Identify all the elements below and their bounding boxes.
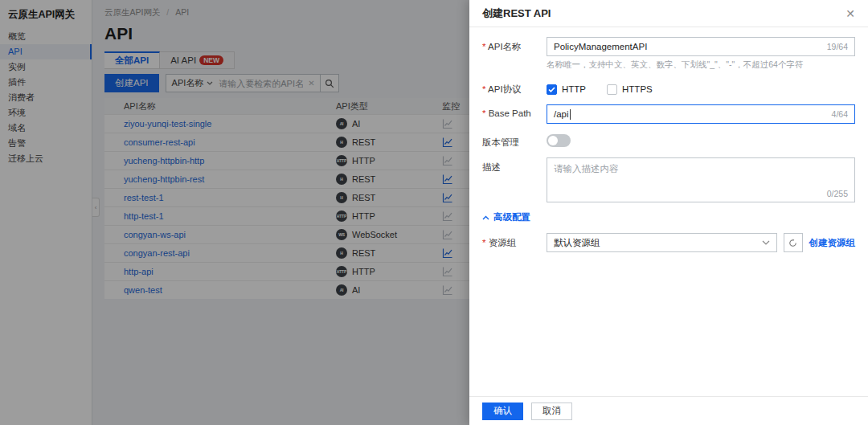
base-path-input[interactable]: /api 4/64	[547, 104, 855, 124]
close-icon[interactable]: ✕	[845, 8, 855, 19]
field-label: Base Path	[482, 104, 547, 124]
text-cursor	[570, 109, 571, 120]
field-base-path: Base Path /api 4/64	[482, 104, 855, 124]
field-label: 版本管理	[482, 133, 547, 149]
advanced-config-label: 高级配置	[493, 211, 530, 223]
field-version-management: 版本管理	[482, 133, 855, 149]
checkbox-label: HTTP	[562, 84, 586, 94]
field-label: 资源组	[482, 233, 547, 252]
create-resource-group-link[interactable]: 创建资源组	[809, 237, 856, 249]
create-rest-api-drawer: 创建REST API ✕ API名称 19/64 名称唯一，支持中文、英文、数字…	[469, 0, 868, 425]
field-help-text: 名称唯一，支持中文、英文、数字、下划线"_"、"-"，不超过64个字符	[547, 59, 855, 71]
refresh-icon	[788, 239, 797, 247]
resource-group-value: 默认资源组	[554, 237, 600, 249]
checkbox-icon	[607, 84, 617, 95]
char-counter: 19/64	[827, 42, 848, 51]
char-counter: 4/64	[832, 109, 848, 119]
checkbox-icon	[547, 84, 557, 95]
drawer-header: 创建REST API ✕	[469, 0, 868, 27]
description-placeholder: 请输入描述内容	[554, 164, 619, 174]
advanced-config-toggle[interactable]: 高级配置	[482, 211, 855, 223]
toggle-knob	[548, 136, 558, 145]
cancel-button[interactable]: 取消	[531, 403, 572, 420]
version-management-toggle[interactable]	[547, 134, 571, 147]
drawer-footer: 确认 取消	[469, 396, 868, 425]
field-api-protocol: API协议 HTTP HTTPS	[482, 80, 855, 96]
refresh-resource-group-button[interactable]	[784, 233, 803, 252]
base-path-value: /api	[554, 109, 569, 119]
drawer-body: API名称 19/64 名称唯一，支持中文、英文、数字、下划线"_"、"-"，不…	[469, 27, 868, 396]
description-textarea[interactable]: 请输入描述内容 0/255	[547, 157, 855, 202]
check-icon	[548, 87, 555, 92]
field-label: 描述	[482, 157, 547, 202]
protocol-checkbox[interactable]: HTTP	[547, 84, 586, 95]
char-counter: 0/255	[827, 189, 848, 198]
api-name-input[interactable]	[554, 42, 821, 51]
field-resource-group: 资源组 默认资源组 创建资源组	[482, 233, 855, 252]
chevron-up-icon	[482, 215, 489, 220]
protocol-checkbox[interactable]: HTTPS	[607, 84, 653, 95]
field-api-name: API名称 19/64 名称唯一，支持中文、英文、数字、下划线"_"、"-"，不…	[482, 37, 855, 71]
drawer-title: 创建REST API	[482, 6, 551, 21]
checkbox-label: HTTPS	[622, 84, 653, 94]
confirm-button[interactable]: 确认	[482, 403, 523, 420]
field-label: API协议	[482, 80, 547, 96]
field-description: 描述 请输入描述内容 0/255	[482, 157, 855, 202]
resource-group-select[interactable]: 默认资源组	[547, 233, 777, 252]
chevron-down-icon	[762, 240, 770, 245]
field-label: API名称	[482, 37, 547, 71]
